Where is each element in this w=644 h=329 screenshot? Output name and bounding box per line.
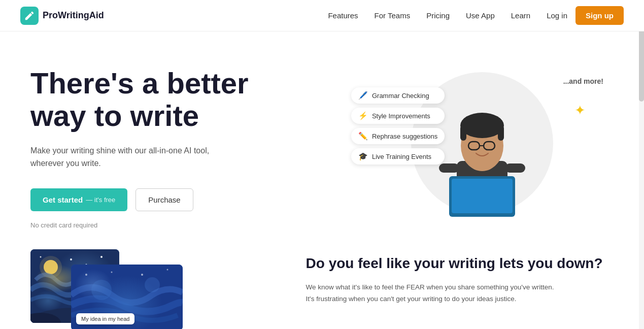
- hero-right: ...and more! ✦ 🖊️ Grammar Checking ⚡ Sty…: [351, 62, 614, 224]
- brand-logo[interactable]: ProWritingAid: [20, 7, 104, 25]
- svg-rect-11: [439, 163, 459, 173]
- gold-star-icon: ✦: [574, 103, 586, 118]
- logo-svg: [24, 10, 35, 21]
- scrollbar[interactable]: [639, 0, 644, 329]
- svg-rect-7: [498, 125, 504, 141]
- section-body: We know what it's like to feel the FEAR …: [306, 282, 560, 305]
- pill-training: 🎓 Live Training Events: [351, 148, 445, 164]
- section-title: Do you feel like your writing lets you d…: [306, 254, 614, 273]
- svg-rect-12: [505, 163, 525, 173]
- svg-point-20: [40, 256, 42, 257]
- svg-point-5: [460, 113, 504, 138]
- pill-rephrase: ✏️ Rephrase suggestions: [351, 128, 445, 144]
- svg-point-22: [30, 313, 61, 323]
- nav-cta-group: Log in Sign up: [547, 6, 624, 25]
- svg-rect-2: [452, 179, 513, 213]
- rephrase-icon: ✏️: [358, 131, 368, 141]
- nav-pricing[interactable]: Pricing: [426, 11, 450, 20]
- logo-icon: [20, 7, 39, 25]
- no-credit-card-text: No credit card required: [30, 221, 351, 229]
- nav-learn[interactable]: Learn: [511, 11, 530, 20]
- nav-links: Features For Teams Pricing Use App Learn: [328, 11, 530, 20]
- nav-for-teams[interactable]: For Teams: [375, 11, 411, 20]
- svg-point-29: [167, 269, 168, 270]
- svg-rect-6: [460, 125, 466, 141]
- hero-illustration: ...and more! ✦ 🖊️ Grammar Checking ⚡ Sty…: [351, 62, 614, 224]
- pill-grammar: 🖊️ Grammar Checking: [351, 87, 445, 104]
- svg-point-27: [111, 271, 113, 273]
- svg-point-25: [145, 277, 160, 292]
- feature-pills: 🖊️ Grammar Checking ⚡ Style Improvements…: [351, 87, 445, 164]
- navbar: ProWritingAid Features For Teams Pricing…: [0, 0, 644, 31]
- svg-point-26: [85, 274, 87, 276]
- style-icon: ⚡: [358, 111, 368, 120]
- bottom-left: My idea in my head: [30, 249, 276, 329]
- svg-point-28: [141, 274, 143, 276]
- person-svg: [429, 75, 535, 224]
- svg-point-24: [91, 280, 112, 300]
- purchase-button[interactable]: Purchase: [135, 188, 193, 211]
- svg-point-15: [40, 256, 62, 278]
- svg-point-18: [100, 256, 103, 258]
- nav-features[interactable]: Features: [328, 11, 358, 20]
- brand-name: ProWritingAid: [43, 10, 104, 21]
- more-label: ...and more!: [563, 77, 603, 85]
- signup-button[interactable]: Sign up: [575, 6, 624, 25]
- pill-style: ⚡ Style Improvements: [351, 108, 445, 124]
- image-stack: My idea in my head: [30, 249, 203, 329]
- svg-point-16: [70, 258, 72, 260]
- nav-use-app[interactable]: Use App: [466, 11, 495, 20]
- hero-buttons: Get started — it's free Purchase: [30, 188, 351, 211]
- hero-left: There's a better way to write Make your …: [30, 62, 351, 229]
- training-icon: 🎓: [358, 152, 368, 161]
- svg-point-14: [44, 260, 58, 274]
- hero-title: There's a better way to write: [30, 67, 351, 132]
- hero-section: There's a better way to write Make your …: [0, 31, 644, 249]
- grammar-icon: 🖊️: [358, 91, 368, 100]
- bottom-section: My idea in my head Do you feel like your…: [0, 249, 644, 329]
- hero-subtitle: Make your writing shine with our all-in-…: [30, 144, 223, 170]
- idea-bubble: My idea in my head: [76, 313, 134, 324]
- get-started-button[interactable]: Get started — it's free: [30, 188, 127, 211]
- login-button[interactable]: Log in: [547, 11, 567, 20]
- bottom-right: Do you feel like your writing lets you d…: [306, 249, 614, 305]
